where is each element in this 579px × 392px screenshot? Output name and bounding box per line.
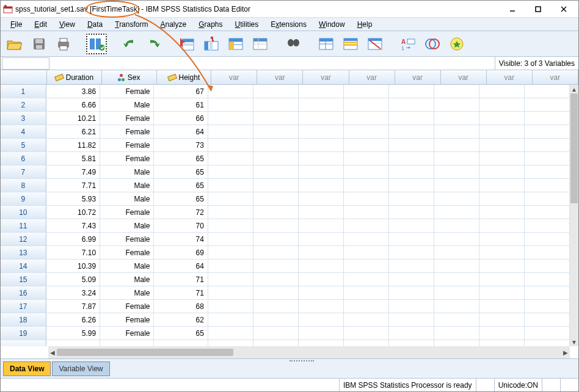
empty-cell[interactable] — [208, 98, 253, 111]
empty-cell[interactable] — [525, 152, 570, 165]
empty-cell[interactable] — [479, 98, 525, 111]
empty-cell[interactable] — [208, 260, 253, 272]
column-header-empty[interactable]: var — [257, 70, 303, 84]
undo-button[interactable] — [119, 34, 140, 54]
empty-cell[interactable] — [344, 125, 389, 138]
horizontal-scrollbar[interactable]: ◀ ▶ — [48, 346, 570, 358]
empty-cell[interactable] — [434, 112, 479, 125]
empty-cell[interactable] — [299, 139, 344, 151]
vertical-scrollbar[interactable]: ▲ ▼ — [570, 85, 578, 346]
empty-cell[interactable] — [344, 152, 389, 165]
data-cell[interactable]: Male — [100, 179, 154, 192]
data-cell[interactable]: Male — [100, 286, 154, 299]
empty-cell[interactable] — [479, 139, 525, 151]
value-labels-button[interactable]: A1 — [398, 34, 418, 54]
empty-cell[interactable] — [479, 273, 525, 286]
row-header[interactable]: 13 — [1, 246, 46, 259]
scroll-left-arrow[interactable]: ◀ — [48, 348, 57, 357]
empty-cell[interactable] — [479, 165, 525, 178]
column-header-empty[interactable]: var — [533, 70, 578, 84]
empty-cell[interactable] — [434, 340, 479, 346]
row-header[interactable]: 2 — [1, 98, 46, 111]
menu-transform[interactable]: Transform — [110, 19, 153, 30]
empty-cell[interactable] — [253, 206, 299, 219]
empty-cell[interactable] — [344, 233, 389, 245]
data-cell[interactable]: 10.72 — [46, 206, 100, 219]
empty-cell[interactable] — [525, 327, 570, 339]
empty-cell[interactable] — [479, 260, 525, 272]
empty-cell[interactable] — [344, 273, 389, 286]
row-header[interactable]: 7 — [1, 165, 46, 178]
data-cell[interactable]: Female — [100, 139, 154, 151]
empty-cell[interactable] — [253, 112, 299, 125]
empty-cell[interactable] — [525, 85, 570, 98]
data-cell[interactable]: 7.43 — [46, 219, 100, 232]
empty-cell[interactable] — [479, 219, 525, 232]
data-cell[interactable]: 65 — [154, 152, 208, 165]
empty-cell[interactable] — [434, 165, 479, 178]
column-header-empty[interactable]: var — [349, 70, 395, 84]
menu-extensions[interactable]: Extensions — [266, 19, 311, 30]
empty-cell[interactable] — [479, 85, 525, 98]
row-header[interactable]: 10 — [1, 206, 46, 219]
horizontal-scroll-thumb[interactable] — [57, 349, 233, 356]
scroll-down-arrow[interactable]: ▼ — [570, 338, 578, 346]
empty-cell[interactable] — [299, 327, 344, 339]
empty-cell[interactable] — [525, 139, 570, 151]
column-header-empty[interactable]: var — [211, 70, 257, 84]
data-cell[interactable]: 66 — [154, 112, 208, 125]
empty-cell[interactable] — [389, 98, 434, 111]
row-header[interactable]: 1 — [1, 85, 46, 98]
row-header[interactable]: 18 — [1, 313, 46, 326]
empty-cell[interactable] — [208, 219, 253, 232]
empty-cell[interactable] — [344, 260, 389, 272]
weight-cases-button[interactable] — [340, 34, 361, 54]
vertical-scroll-thumb[interactable] — [570, 93, 578, 203]
empty-cell[interactable] — [525, 273, 570, 286]
data-cell[interactable]: 64 — [154, 260, 208, 272]
print-button[interactable] — [53, 34, 74, 54]
empty-cell[interactable] — [299, 98, 344, 111]
empty-cell[interactable] — [253, 98, 299, 111]
empty-cell[interactable] — [479, 192, 525, 205]
empty-cell[interactable] — [434, 179, 479, 192]
data-cell[interactable]: 68 — [154, 300, 208, 313]
empty-cell[interactable] — [479, 300, 525, 313]
empty-cell[interactable] — [299, 233, 344, 245]
empty-cell[interactable] — [208, 273, 253, 286]
empty-cell[interactable] — [525, 340, 570, 346]
empty-cell[interactable] — [434, 313, 479, 326]
empty-cell[interactable] — [389, 165, 434, 178]
column-header-empty[interactable]: var — [441, 70, 487, 84]
empty-cell[interactable] — [253, 273, 299, 286]
empty-cell[interactable] — [479, 152, 525, 165]
row-header[interactable]: 11 — [1, 219, 46, 232]
empty-cell[interactable] — [299, 152, 344, 165]
empty-cell[interactable] — [525, 192, 570, 205]
empty-cell[interactable] — [344, 340, 389, 346]
empty-cell[interactable] — [208, 313, 253, 326]
empty-cell[interactable] — [389, 219, 434, 232]
empty-cell[interactable] — [208, 327, 253, 339]
empty-cell[interactable] — [389, 152, 434, 165]
data-cell[interactable]: 65 — [154, 179, 208, 192]
empty-cell[interactable] — [344, 85, 389, 98]
empty-cell[interactable] — [208, 152, 253, 165]
data-cell[interactable]: 3.86 — [46, 85, 100, 98]
empty-cell[interactable] — [434, 152, 479, 165]
empty-cell[interactable] — [434, 233, 479, 245]
row-header[interactable]: 14 — [1, 260, 46, 272]
data-cell[interactable]: 7.10 — [46, 246, 100, 259]
data-cell[interactable]: Female — [100, 327, 154, 339]
goto-cell-box[interactable] — [2, 57, 49, 70]
empty-cell[interactable] — [208, 206, 253, 219]
empty-cell[interactable] — [299, 273, 344, 286]
goto-variable-button[interactable] — [201, 34, 222, 54]
data-cell[interactable]: 6.99 — [46, 233, 100, 245]
empty-cell[interactable] — [253, 340, 299, 346]
empty-cell[interactable] — [299, 246, 344, 259]
empty-cell[interactable] — [389, 340, 434, 346]
empty-cell[interactable] — [389, 260, 434, 272]
empty-cell[interactable] — [344, 112, 389, 125]
empty-cell[interactable] — [389, 139, 434, 151]
